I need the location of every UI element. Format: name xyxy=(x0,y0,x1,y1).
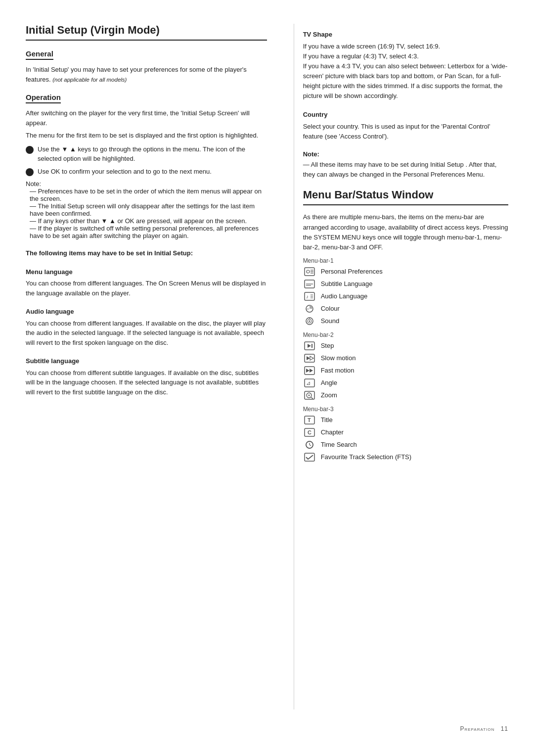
bullet-text-1: Use the ▼ ▲ keys to go through the optio… xyxy=(38,144,267,164)
menu-bar-2-items: Step Slow motion xyxy=(303,340,508,401)
menu-item-step: Step xyxy=(303,340,508,351)
menu-item-personal-prefs-text: Personal Preferences xyxy=(321,268,383,275)
menu-item-colour: Colour xyxy=(303,303,508,314)
svg-marker-23 xyxy=(310,356,313,360)
following-items-section: The following items may have to be set i… xyxy=(26,248,267,258)
svg-text:C: C xyxy=(308,429,312,435)
bullet-text-2: Use OK to confirm your selection and to … xyxy=(38,167,212,177)
svg-line-41 xyxy=(310,445,311,446)
bullet-item-1: Use the ▼ ▲ keys to go through the optio… xyxy=(26,144,267,164)
menu-item-fts-text: Favourite Track Selection (FTS) xyxy=(321,453,412,461)
tv-shape-section: TV Shape If you have a wide screen (16:9… xyxy=(303,30,508,101)
time-search-icon xyxy=(303,439,316,450)
menu-item-title-text: Title xyxy=(321,416,333,424)
menu-item-slow-motion-text: Slow motion xyxy=(321,354,356,362)
menu-item-zoom: Zoom xyxy=(303,390,508,401)
left-column: Initial Setup (Virgin Mode) General In '… xyxy=(26,24,276,709)
subtitle-icon xyxy=(303,279,316,289)
two-column-layout: Initial Setup (Virgin Mode) General In '… xyxy=(26,24,508,709)
menu-item-title: T Title xyxy=(303,415,508,425)
page-title: Initial Setup (Virgin Mode) xyxy=(26,24,267,41)
menu-item-subtitle: Subtitle Language xyxy=(303,279,508,289)
menu-item-zoom-text: Zoom xyxy=(321,391,337,399)
page: Initial Setup (Virgin Mode) General In '… xyxy=(0,0,534,756)
sound-icon xyxy=(303,316,316,327)
operation-bullets: Use the ▼ ▲ keys to go through the optio… xyxy=(26,144,267,177)
audio-language-body: You can choose from different languages.… xyxy=(26,319,267,348)
country-body: Select your country. This is used as inp… xyxy=(303,122,508,142)
menu-language-section: Menu language You can choose from differ… xyxy=(26,267,267,298)
right-note-label: Note: xyxy=(303,150,319,158)
slow-motion-icon xyxy=(303,353,316,364)
svg-marker-26 xyxy=(310,369,313,373)
menu-item-slow-motion: Slow motion xyxy=(303,353,508,364)
menu-item-chapter-text: Chapter xyxy=(321,428,344,436)
svg-point-1 xyxy=(307,270,310,273)
note-line-2: — The Initial Setup screen will only dis… xyxy=(30,202,267,217)
menu-language-body: You can choose from different languages.… xyxy=(26,279,267,298)
operation-section: Operation After switching on the player … xyxy=(26,93,267,239)
right-note-body: — All these items may have to be set dur… xyxy=(303,160,508,180)
audio-language-section: Audio language You can choose from diffe… xyxy=(26,307,267,347)
audio-icon: ♪ xyxy=(303,291,316,302)
menu-item-fast-motion: Fast motion xyxy=(303,365,508,376)
subtitle-language-body: You can choose from different subtitle l… xyxy=(26,368,267,397)
country-section: Country Select your country. This is use… xyxy=(303,110,508,142)
menu-item-sound-text: Sound xyxy=(321,317,340,325)
general-body: In 'Initial Setup' you may have to set y… xyxy=(26,65,267,84)
note-label: Note: xyxy=(26,180,41,188)
page-footer: Preparation 11 xyxy=(26,725,508,732)
svg-text:⊿: ⊿ xyxy=(306,380,311,386)
preparation-label: Preparation 11 xyxy=(460,725,508,732)
menu-item-fast-motion-text: Fast motion xyxy=(321,367,355,374)
menu-item-colour-text: Colour xyxy=(321,305,340,312)
svg-point-16 xyxy=(309,320,310,322)
menu-bar-1-label: Menu-bar-1 xyxy=(303,257,508,264)
subtitle-language-heading: Subtitle language xyxy=(26,356,267,366)
general-section: General In 'Initial Setup' you may have … xyxy=(26,49,267,84)
svg-marker-22 xyxy=(307,356,310,360)
menu-item-audio-text: Audio Language xyxy=(321,292,368,300)
menu-item-time-search-text: Time Search xyxy=(321,441,357,448)
menu-bar-intro: As there are multiple menu-bars, the ite… xyxy=(303,212,508,252)
menu-bar-title: Menu Bar/Status Window xyxy=(303,189,508,205)
bullet-item-2: Use OK to confirm your selection and to … xyxy=(26,167,267,177)
note-line-3: — If any keys other than ▼ ▲ or OK are p… xyxy=(30,217,267,225)
operation-heading: Operation xyxy=(26,93,61,103)
menu-bar-2-label: Menu-bar-2 xyxy=(303,331,508,338)
step-icon xyxy=(303,340,316,351)
menu-bar-1-items: Personal Preferences Subtitle Language xyxy=(303,266,508,327)
subtitle-language-section: Subtitle language You can choose from di… xyxy=(26,356,267,397)
svg-text:♪: ♪ xyxy=(306,294,309,299)
menu-language-heading: Menu language xyxy=(26,267,267,277)
menu-bar-3-items: T Title C Chapter xyxy=(303,415,508,463)
menu-item-fts: Favourite Track Selection (FTS) xyxy=(303,452,508,463)
right-column: TV Shape If you have a wide screen (16:9… xyxy=(294,24,508,709)
angle-icon: ⊿ xyxy=(303,378,316,388)
note-line-4: — If the player is switched off while se… xyxy=(30,225,267,239)
menu-item-audio: ♪ Audio Language xyxy=(303,291,508,302)
operation-para2: The menu for the first item to be set is… xyxy=(26,131,267,141)
menu-bar-3-label: Menu-bar-3 xyxy=(303,406,508,413)
menu-item-personal-prefs: Personal Preferences xyxy=(303,266,508,277)
chapter-icon: C xyxy=(303,427,316,438)
tv-shape-heading: TV Shape xyxy=(303,30,508,40)
menu-item-angle: ⊿ Angle xyxy=(303,378,508,388)
operation-note: Note: — Preferences have to be set in th… xyxy=(26,180,267,239)
country-heading: Country xyxy=(303,110,508,120)
operation-para1: After switching on the player for the ve… xyxy=(26,108,267,128)
menu-item-step-text: Step xyxy=(321,342,334,349)
audio-language-heading: Audio language xyxy=(26,307,267,317)
menu-item-angle-text: Angle xyxy=(321,379,337,386)
note-line-1: — Preferences have to be set in the orde… xyxy=(30,188,267,202)
bullet-dot-2 xyxy=(26,168,34,176)
tv-shape-body: If you have a wide screen (16:9) TV, sel… xyxy=(303,42,508,101)
general-heading: General xyxy=(26,49,53,60)
svg-line-31 xyxy=(311,397,313,399)
menu-item-time-search: Time Search xyxy=(303,439,508,450)
fast-motion-icon xyxy=(303,365,316,376)
bullet-dot-1 xyxy=(26,146,34,154)
zoom-icon xyxy=(303,390,316,401)
svg-marker-19 xyxy=(308,344,311,348)
colour-icon xyxy=(303,303,316,314)
